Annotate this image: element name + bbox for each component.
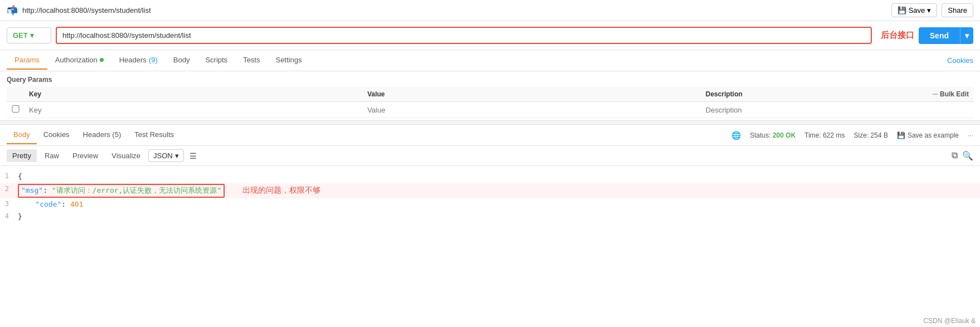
error-comment: 出现的问题，权限不够 (242, 186, 321, 194)
tab-tests[interactable]: Tests (235, 51, 268, 70)
tab-authorization[interactable]: Authorization (47, 51, 111, 70)
code-line-4: 4 } (0, 211, 980, 223)
format-bar: Pretty Raw Preview Visualize JSON ▾ ☰ ⧉ … (0, 146, 980, 166)
share-button[interactable]: Share (942, 3, 973, 17)
format-type-label: JSON (153, 152, 173, 160)
line-number-1: 1 (0, 171, 18, 182)
format-right-actions: ⧉ 🔍 (952, 150, 973, 161)
tab-headers[interactable]: Headers (9) (111, 51, 166, 70)
resp-tab-headers[interactable]: Headers (5) (76, 126, 128, 144)
status-label: Status: 200 OK (750, 131, 795, 139)
globe-icon: 🌐 (731, 131, 741, 140)
url-comment: 后台接口 (881, 30, 914, 41)
format-pretty-button[interactable]: Pretty (7, 149, 37, 162)
response-code-area: 1 { 2 "msg": "请求访问：/error,认证失败，无法访问系统资源"… (0, 166, 980, 228)
cookies-link[interactable]: Cookies (947, 56, 973, 65)
save-example-icon: 💾 (897, 131, 905, 139)
save-label: Save (909, 6, 925, 14)
code-content-2: "msg": "请求访问：/error,认证失败，无法访问系统资源" 出现的问题… (18, 184, 980, 198)
copy-icon[interactable]: ⧉ (952, 150, 958, 161)
code-content-3: "code": 401 (18, 199, 980, 211)
save-button[interactable]: 💾 Save ▾ (891, 3, 938, 17)
method-label: GET (13, 31, 28, 40)
query-params-section: Query Params Key Value Description ··· B… (0, 71, 980, 120)
format-visualize-button[interactable]: Visualize (106, 149, 146, 162)
top-bar-url: http://localhost:8080//system/student/li… (22, 6, 151, 14)
table-row (7, 102, 973, 118)
resp-tab-body[interactable]: Body (7, 126, 37, 144)
actions-col-header: ··· Bulk Edit (890, 87, 973, 102)
row-checkbox[interactable] (7, 102, 25, 118)
bulk-edit-button[interactable]: Bulk Edit (940, 90, 969, 98)
params-table: Key Value Description ··· Bulk Edit (7, 87, 973, 118)
format-raw-button[interactable]: Raw (39, 149, 65, 162)
watermark: CSDN @Eliauk & (923, 317, 976, 325)
send-button-label: Send (919, 27, 960, 44)
code-content-1: { (18, 171, 980, 183)
code-line-2: 2 "msg": "请求访问：/error,认证失败，无法访问系统资源" 出现的… (0, 183, 980, 198)
send-button-arrow[interactable]: ▾ (960, 27, 973, 44)
section-divider (0, 120, 980, 125)
checkbox-col-header (7, 87, 25, 102)
format-type-select[interactable]: JSON ▾ (148, 149, 184, 162)
row-key[interactable] (25, 102, 363, 118)
top-bar-actions: 💾 Save ▾ Share (891, 3, 973, 17)
request-tabs: Params Authorization Headers (9) Body Sc… (0, 50, 980, 71)
more-dots-icon: ··· (933, 90, 938, 98)
response-more-options[interactable]: ··· (968, 131, 973, 139)
code-line-3: 3 "code": 401 (0, 198, 980, 211)
query-params-title: Query Params (7, 76, 973, 84)
search-icon[interactable]: 🔍 (962, 150, 973, 161)
tab-settings[interactable]: Settings (268, 51, 309, 70)
authorization-dot (100, 58, 104, 62)
line-number-2: 2 (0, 184, 18, 194)
row-description[interactable] (701, 102, 890, 118)
send-button[interactable]: Send ▾ (919, 27, 973, 44)
description-col-header: Description (701, 87, 890, 102)
error-highlight-box: "msg": "请求访问：/error,认证失败，无法访问系统资源" (18, 184, 225, 198)
resp-tab-test-results[interactable]: Test Results (128, 126, 181, 144)
request-bar: GET ▾ 后台接口 Send ▾ (0, 21, 980, 50)
time-label: Time: 622 ms (804, 131, 845, 139)
tab-scripts[interactable]: Scripts (197, 51, 235, 70)
tab-params[interactable]: Params (7, 51, 47, 70)
key-col-header: Key (25, 87, 363, 102)
save-chevron-icon: ▾ (927, 6, 931, 14)
tab-body[interactable]: Body (166, 51, 198, 70)
response-status-bar: 🌐 Status: 200 OK Time: 622 ms Size: 254 … (731, 131, 973, 140)
format-preview-button[interactable]: Preview (67, 149, 104, 162)
url-input[interactable] (56, 27, 872, 44)
app-icon: 📬 (7, 5, 18, 16)
method-select[interactable]: GET ▾ (7, 27, 51, 43)
value-col-header: Value (363, 87, 701, 102)
line-number-4: 4 (0, 211, 18, 222)
filter-icon[interactable]: ☰ (190, 152, 197, 160)
code-content-4: } (18, 211, 980, 223)
save-example-button[interactable]: 💾 Save as example (897, 131, 959, 139)
row-actions (890, 102, 973, 118)
resp-tab-cookies[interactable]: Cookies (37, 126, 76, 144)
size-label: Size: 254 B (854, 131, 888, 139)
method-chevron-icon: ▾ (30, 31, 34, 40)
code-line-1: 1 { (0, 170, 980, 183)
line-number-3: 3 (0, 199, 18, 209)
response-tabs: Body Cookies Headers (5) Test Results 🌐 … (0, 125, 980, 146)
format-type-chevron-icon: ▾ (175, 152, 179, 160)
row-value[interactable] (363, 102, 701, 118)
top-bar: 📬 http://localhost:8080//system/student/… (0, 0, 980, 21)
save-icon: 💾 (897, 6, 906, 14)
